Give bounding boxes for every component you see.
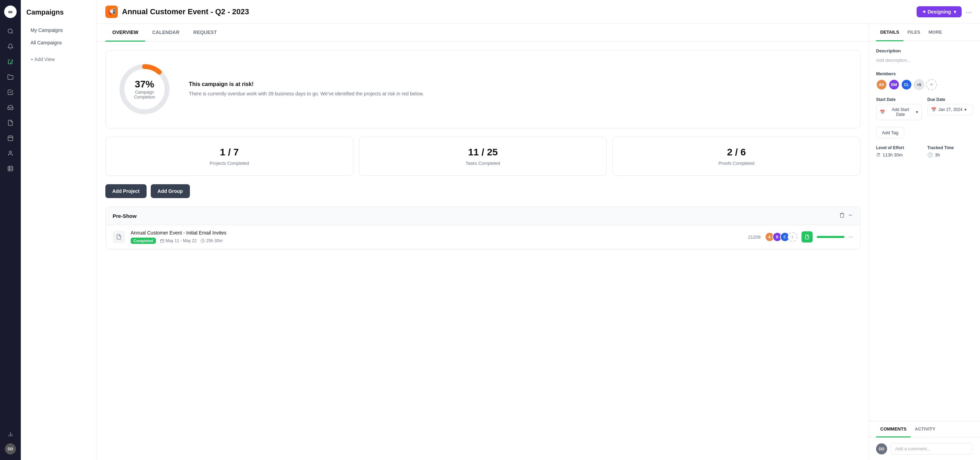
project-name[interactable]: Annual Customer Event - Initial Email In… bbox=[130, 230, 743, 236]
svg-point-0 bbox=[8, 29, 12, 33]
progress-bar-fill bbox=[817, 236, 845, 238]
main-content: 📢 Annual Customer Event - Q2 - 2023 ✦ De… bbox=[97, 0, 980, 460]
project-row-right: 21209 A B C + bbox=[748, 232, 854, 243]
add-member-button[interactable]: + bbox=[926, 79, 937, 90]
sidebar-item-my-campaigns[interactable]: My Campaigns bbox=[26, 25, 91, 36]
nav-inbox-icon[interactable] bbox=[4, 101, 17, 114]
projects-value: 1 / 7 bbox=[113, 147, 346, 158]
effort-value: ⏱ 113h 30m bbox=[876, 152, 922, 158]
sidebar-item-all-campaigns[interactable]: All Campaigns bbox=[26, 37, 91, 48]
nav-campaign-icon[interactable] bbox=[4, 56, 17, 68]
header-left: 📢 Annual Customer Event - Q2 - 2023 bbox=[105, 6, 249, 18]
add-project-button[interactable]: Add Project bbox=[105, 184, 146, 198]
add-group-button[interactable]: Add Group bbox=[151, 184, 190, 198]
main-tabs: OVERVIEW CALENDAR REQUEST bbox=[97, 24, 869, 42]
app-logo[interactable]: ∞ bbox=[4, 6, 17, 18]
start-date-value: Add Start Date bbox=[887, 107, 914, 117]
tab-calendar[interactable]: CALENDAR bbox=[145, 24, 186, 42]
project-type-icon bbox=[113, 231, 125, 243]
metrics-row: Level of Effort ⏱ 113h 30m Tracked Time … bbox=[876, 145, 973, 158]
nav-folder-icon[interactable] bbox=[4, 71, 17, 83]
project-meta: Completed May 11 - May 22 25h 30m bbox=[130, 238, 743, 244]
tab-activity[interactable]: ACTIVITY bbox=[911, 422, 939, 438]
description-label: Description bbox=[876, 48, 973, 53]
completion-label: Campaign Completion bbox=[130, 90, 158, 99]
nav-tasks-icon[interactable] bbox=[4, 86, 17, 99]
right-tabs: DETAILS FILES MORE bbox=[869, 24, 980, 41]
svg-point-6 bbox=[10, 151, 11, 153]
members-row: AK BM CL +5 + bbox=[876, 79, 973, 90]
content-area: OVERVIEW CALENDAR REQUEST 37% Campai bbox=[97, 24, 980, 460]
project-dates: May 11 - May 22 bbox=[160, 238, 196, 243]
designing-label: ✦ Designing bbox=[922, 9, 951, 14]
start-date-label: Start Date bbox=[876, 97, 922, 102]
start-date-button[interactable]: 📅 Add Start Date ▾ bbox=[876, 104, 922, 120]
due-date-value: Jan 27, 2024 bbox=[939, 107, 963, 112]
svg-rect-17 bbox=[161, 240, 164, 243]
project-more-button[interactable]: ··· bbox=[849, 234, 853, 240]
clock-icon: 🕐 bbox=[928, 152, 933, 158]
details-content: Description Add description... Members A… bbox=[869, 41, 980, 421]
page-header: 📢 Annual Customer Event - Q2 - 2023 ✦ De… bbox=[97, 0, 980, 24]
add-member-button[interactable]: + bbox=[788, 232, 797, 242]
comment-input[interactable] bbox=[891, 443, 973, 454]
add-view-button[interactable]: + Add View bbox=[26, 54, 91, 65]
effort-metric: Level of Effort ⏱ 113h 30m bbox=[876, 145, 922, 158]
svg-line-1 bbox=[11, 32, 13, 33]
user-avatar[interactable]: DD bbox=[5, 443, 16, 454]
effort-icon: ⏱ bbox=[876, 152, 881, 158]
chevron-down-icon: ▾ bbox=[964, 107, 966, 112]
member-avatar[interactable]: CL bbox=[901, 79, 912, 90]
tab-files[interactable]: FILES bbox=[904, 24, 924, 41]
tab-more[interactable]: MORE bbox=[924, 24, 947, 41]
nav-proofs-icon[interactable] bbox=[4, 117, 17, 129]
add-tag-button[interactable]: Add Tag bbox=[876, 127, 904, 138]
project-info: Annual Customer Event - Initial Email In… bbox=[130, 230, 743, 244]
stat-tasks: 11 / 25 Tasks Completed bbox=[359, 137, 607, 176]
collapse-group-button[interactable] bbox=[848, 212, 853, 219]
nav-table-icon[interactable] bbox=[4, 162, 17, 175]
delete-group-button[interactable] bbox=[839, 212, 845, 219]
comment-user-avatar: DD bbox=[876, 443, 887, 454]
left-navigation: ∞ DD bbox=[0, 0, 21, 460]
header-right: ✦ Designing ▾ ··· bbox=[916, 6, 972, 18]
due-date-field: Due Date 📅 Jan 27, 2024 ▾ bbox=[928, 97, 973, 120]
proofs-label: Proofs Completed bbox=[620, 161, 853, 166]
tab-overview[interactable]: OVERVIEW bbox=[105, 24, 145, 42]
nav-bell-icon[interactable] bbox=[4, 40, 17, 53]
chevron-down-icon: ▾ bbox=[954, 9, 956, 14]
risk-heading: This campaign is at risk! bbox=[189, 81, 424, 88]
designing-button[interactable]: ✦ Designing ▾ bbox=[916, 6, 962, 18]
member-avatar[interactable]: AK bbox=[876, 79, 887, 90]
table-row[interactable]: Annual Customer Event - Initial Email In… bbox=[106, 225, 860, 249]
action-buttons: Add Project Add Group bbox=[105, 184, 861, 198]
completion-percent: 37% bbox=[130, 79, 158, 90]
progress-card: 37% Campaign Completion This campaign is… bbox=[105, 50, 861, 128]
due-date-button[interactable]: 📅 Jan 27, 2024 ▾ bbox=[928, 104, 973, 115]
group-header: Pre-Show bbox=[106, 207, 860, 225]
svg-rect-7 bbox=[8, 166, 13, 171]
stats-row: 1 / 7 Projects Completed 11 / 25 Tasks C… bbox=[105, 137, 861, 176]
calendar-icon: 📅 bbox=[880, 110, 885, 115]
comments-tabs: COMMENTS ACTIVITY bbox=[869, 422, 980, 438]
proofs-value: 2 / 6 bbox=[620, 147, 853, 158]
campaign-type-icon: 📢 bbox=[105, 6, 118, 18]
tab-details[interactable]: DETAILS bbox=[876, 24, 904, 41]
comments-input-row: DD bbox=[869, 438, 980, 460]
member-avatar[interactable]: BM bbox=[889, 79, 900, 90]
nav-calendar-icon[interactable] bbox=[4, 132, 17, 144]
tasks-value: 11 / 25 bbox=[366, 147, 600, 158]
chevron-down-icon: ▾ bbox=[916, 110, 918, 115]
nav-person-icon[interactable] bbox=[4, 147, 17, 160]
tab-request[interactable]: REQUEST bbox=[186, 24, 224, 42]
nav-barchart-icon[interactable] bbox=[4, 428, 17, 441]
nav-search-icon[interactable] bbox=[4, 25, 17, 37]
more-options-button[interactable]: ··· bbox=[966, 8, 972, 16]
tracked-label: Tracked Time bbox=[928, 145, 973, 150]
progress-bar bbox=[817, 236, 845, 238]
due-date-label: Due Date bbox=[928, 97, 973, 102]
tasks-label: Tasks Completed bbox=[366, 161, 600, 166]
description-placeholder[interactable]: Add description... bbox=[876, 56, 973, 64]
dates-row: Start Date 📅 Add Start Date ▾ Due Date 📅… bbox=[876, 97, 973, 120]
tab-comments[interactable]: COMMENTS bbox=[876, 422, 911, 438]
